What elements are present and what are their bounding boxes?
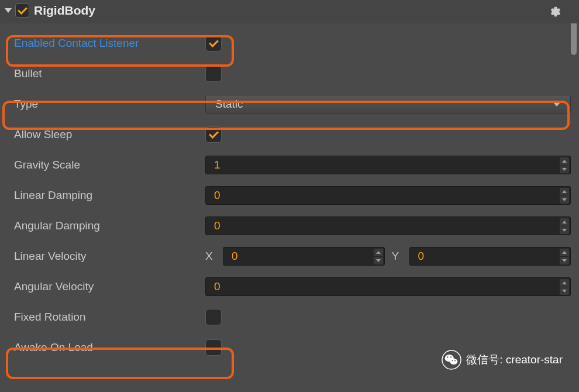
gravity-scale-input[interactable]: 1 — [205, 156, 571, 174]
awake-on-load-checkbox[interactable] — [205, 339, 222, 356]
chevron-down-icon — [562, 290, 567, 293]
spinner — [374, 249, 383, 264]
property-label: Bullet — [9, 67, 205, 80]
property-row-allow-sleep: Allow Sleep — [9, 119, 571, 150]
property-row-angular-velocity: Angular Velocity 0 — [9, 271, 571, 302]
spinner-down-button[interactable] — [560, 287, 569, 295]
input-value: 1 — [214, 159, 220, 171]
enabled-contact-listener-checkbox[interactable] — [205, 35, 222, 51]
property-row-enabled-contact-listener: Enabled Contact Listener — [9, 28, 571, 59]
input-value: 0 — [418, 250, 425, 263]
spinner-up-button[interactable] — [560, 188, 569, 195]
checkmark-icon — [208, 129, 219, 140]
property-label: Type — [9, 98, 205, 111]
spinner-down-button[interactable] — [374, 257, 383, 264]
chevron-down-icon — [562, 259, 567, 262]
component-title: RigidBody — [34, 4, 95, 18]
chevron-down-icon — [553, 102, 561, 106]
spinner-up-button[interactable] — [374, 249, 383, 256]
input-value: 0 — [232, 250, 238, 263]
property-label: Gravity Scale — [9, 159, 205, 171]
checkmark-icon — [18, 6, 27, 15]
chevron-down-icon — [562, 198, 567, 201]
property-row-gravity-scale: Gravity Scale 1 — [9, 150, 571, 180]
spinner-up-button[interactable] — [560, 218, 569, 226]
input-value: 0 — [214, 189, 220, 202]
property-label: Linear Velocity — [9, 250, 205, 263]
chevron-up-icon — [562, 251, 567, 254]
spinner — [560, 157, 569, 173]
linear-velocity-y-input[interactable]: 0 — [409, 247, 571, 266]
property-row-type: Type Static — [9, 89, 571, 119]
gear-icon[interactable] — [550, 6, 561, 18]
chevron-down-icon — [562, 229, 567, 232]
property-label: Fixed Rotation — [9, 311, 205, 324]
input-value: 0 — [214, 280, 220, 293]
checkmark-icon — [208, 38, 219, 49]
chevron-up-icon — [562, 221, 567, 223]
spinner — [560, 279, 569, 295]
property-label: Linear Damping — [9, 189, 205, 202]
wechat-icon — [442, 350, 461, 370]
component-enabled-checkbox[interactable] — [15, 4, 29, 18]
linear-damping-input[interactable]: 0 — [205, 186, 571, 205]
spinner-up-button[interactable] — [560, 279, 569, 287]
svg-point-2 — [450, 359, 457, 365]
chevron-up-icon — [562, 160, 567, 163]
linear-velocity-vector: X 0 Y 0 — [205, 247, 571, 266]
property-label: Allow Sleep — [9, 128, 205, 141]
spinner-up-button[interactable] — [560, 157, 569, 165]
spinner-down-button[interactable] — [560, 257, 569, 264]
spinner-down-button[interactable] — [560, 226, 569, 234]
svg-point-4 — [450, 356, 452, 357]
x-label: X — [205, 250, 216, 263]
fixed-rotation-checkbox[interactable] — [205, 309, 222, 325]
chevron-up-icon — [562, 190, 567, 193]
dropdown-value: Static — [215, 98, 243, 111]
chevron-down-icon — [562, 168, 567, 171]
svg-point-6 — [454, 360, 456, 361]
property-row-linear-velocity: Linear Velocity X 0 Y 0 — [9, 241, 571, 271]
chevron-up-icon — [376, 251, 381, 254]
angular-velocity-input[interactable]: 0 — [205, 277, 571, 296]
spinner-up-button[interactable] — [560, 249, 569, 256]
allow-sleep-checkbox[interactable] — [205, 126, 222, 143]
y-label: Y — [392, 250, 402, 263]
property-label: Angular Velocity — [9, 280, 205, 293]
expand-arrow-icon[interactable] — [5, 8, 12, 13]
property-row-angular-damping: Angular Damping 0 — [9, 211, 571, 241]
spinner-down-button[interactable] — [560, 166, 569, 173]
watermark: 微信号: creator-star — [442, 350, 563, 370]
spinner — [560, 249, 569, 264]
chevron-up-icon — [562, 281, 567, 284]
input-value: 0 — [214, 219, 220, 232]
angular-damping-input[interactable]: 0 — [205, 216, 571, 235]
property-row-linear-damping: Linear Damping 0 — [9, 180, 571, 211]
bullet-checkbox[interactable] — [205, 66, 222, 82]
linear-velocity-x-input[interactable]: 0 — [223, 247, 385, 266]
spinner-down-button[interactable] — [560, 196, 569, 204]
spinner — [560, 188, 569, 204]
svg-point-3 — [447, 356, 449, 357]
property-label: Enabled Contact Listener — [9, 37, 205, 50]
svg-point-5 — [452, 360, 453, 361]
component-header[interactable]: RigidBody — [0, 0, 579, 23]
property-label: Awake On Load — [9, 341, 205, 354]
type-dropdown[interactable]: Static — [205, 95, 571, 114]
property-row-bullet: Bullet — [9, 59, 571, 89]
chevron-down-icon — [376, 259, 381, 262]
watermark-text: 微信号: creator-star — [466, 352, 563, 367]
properties-panel: Enabled Contact Listener Bullet Type Sta… — [0, 23, 579, 367]
property-label: Angular Damping — [9, 219, 205, 232]
spinner — [560, 218, 569, 234]
property-row-fixed-rotation: Fixed Rotation — [9, 302, 571, 332]
